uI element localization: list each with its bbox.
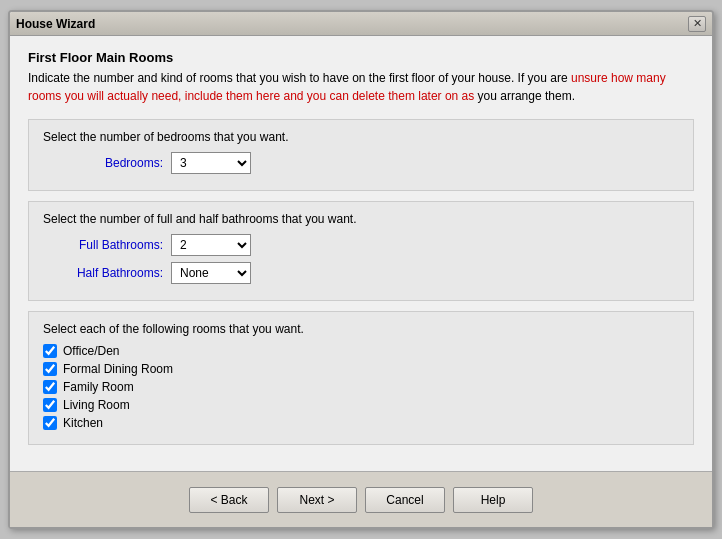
next-button[interactable]: Next > [277,487,357,513]
full-bath-select[interactable]: None 1 2 3 4 [171,234,251,256]
half-bath-label: Half Bathrooms: [43,266,163,280]
main-window: House Wizard ✕ First Floor Main Rooms In… [8,10,714,529]
title-bar: House Wizard ✕ [10,12,712,36]
footer: < Back Next > Cancel Help [10,471,712,527]
bedrooms-field-row: Bedrooms: 1 2 3 4 5 6 [43,152,679,174]
bathrooms-label: Select the number of full and half bathr… [43,212,679,226]
living-checkbox[interactable] [43,398,57,412]
bedrooms-field-label: Bedrooms: [43,156,163,170]
window-title: House Wizard [16,17,95,31]
checkbox-row-family: Family Room [43,380,679,394]
dining-label: Formal Dining Room [63,362,173,376]
full-bath-label: Full Bathrooms: [43,238,163,252]
rooms-section: Select each of the following rooms that … [28,311,694,445]
bedrooms-label: Select the number of bedrooms that you w… [43,130,679,144]
checkbox-row-dining: Formal Dining Room [43,362,679,376]
bathrooms-section: Select the number of full and half bathr… [28,201,694,301]
family-label: Family Room [63,380,134,394]
office-label: Office/Den [63,344,119,358]
back-button[interactable]: < Back [189,487,269,513]
bedrooms-section: Select the number of bedrooms that you w… [28,119,694,191]
description-text: Indicate the number and kind of rooms th… [28,69,694,105]
close-button[interactable]: ✕ [688,16,706,32]
content-area: First Floor Main Rooms Indicate the numb… [10,36,712,471]
highlight-text: unsure how many rooms you will actually … [28,71,666,103]
kitchen-checkbox[interactable] [43,416,57,430]
dining-checkbox[interactable] [43,362,57,376]
cancel-button[interactable]: Cancel [365,487,445,513]
half-bath-select[interactable]: None 1 2 3 [171,262,251,284]
living-label: Living Room [63,398,130,412]
office-checkbox[interactable] [43,344,57,358]
family-checkbox[interactable] [43,380,57,394]
checkbox-row-living: Living Room [43,398,679,412]
help-button[interactable]: Help [453,487,533,513]
half-bath-row: Half Bathrooms: None 1 2 3 [43,262,679,284]
checkbox-row-office: Office/Den [43,344,679,358]
section-title: First Floor Main Rooms [28,50,694,65]
checkbox-row-kitchen: Kitchen [43,416,679,430]
rooms-label: Select each of the following rooms that … [43,322,679,336]
full-bath-row: Full Bathrooms: None 1 2 3 4 [43,234,679,256]
bedrooms-select[interactable]: 1 2 3 4 5 6 [171,152,251,174]
kitchen-label: Kitchen [63,416,103,430]
